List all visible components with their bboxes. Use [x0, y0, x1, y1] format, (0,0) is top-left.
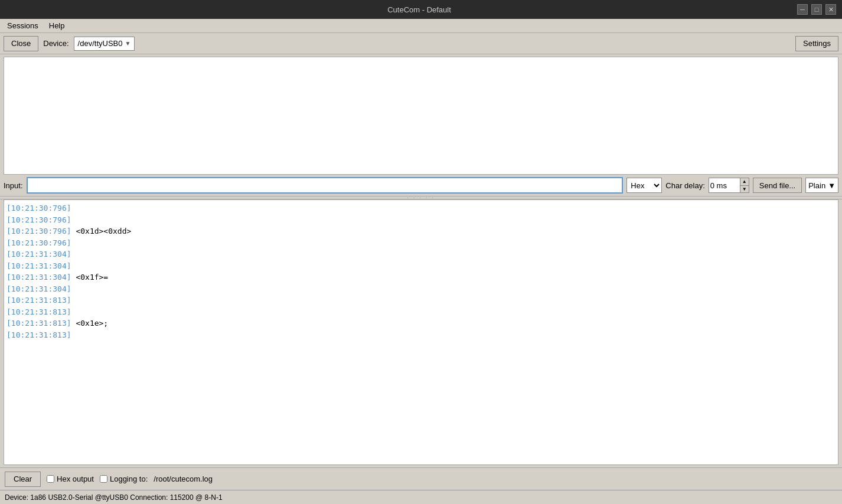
device-value: /dev/ttyUSB0: [78, 39, 123, 48]
log-timestamp: [10:21:31:813]: [6, 319, 71, 328]
char-delay-input-wrapper[interactable]: [709, 178, 740, 193]
log-entry: [10:21:30:796]: [6, 202, 836, 214]
log-timestamp: [10:21:31:304]: [6, 284, 71, 293]
clear-button[interactable]: Clear: [5, 472, 41, 487]
log-path: /root/cutecom.log: [154, 474, 213, 483]
plain-select[interactable]: Plain ▼: [805, 178, 838, 193]
input-label: Input:: [4, 181, 23, 190]
format-select-wrapper[interactable]: Hex ASCII: [626, 178, 662, 193]
plain-value: Plain: [808, 181, 825, 190]
input-field[interactable]: [27, 177, 624, 194]
hex-output-label: Hex output: [57, 474, 94, 483]
log-entry: [10:21:31:304]: [6, 248, 836, 260]
send-file-button[interactable]: Send file...: [753, 178, 802, 193]
log-area: [10:21:30:796] [10:21:30:796] [10:21:30:…: [4, 199, 838, 465]
hex-output-checkbox-label[interactable]: Hex output: [47, 474, 94, 483]
title-bar: CuteCom - Default ─ □ ✕: [0, 0, 842, 19]
main-window: Sessions Help Close Device: /dev/ttyUSB0…: [0, 19, 842, 490]
toolbar: Close Device: /dev/ttyUSB0 ▼ Settings: [0, 33, 842, 54]
log-entry: [10:21:30:796]: [6, 237, 836, 249]
close-button[interactable]: ✕: [825, 4, 836, 15]
output-area: [4, 57, 838, 175]
log-entry: [10:21:30:796]: [6, 214, 836, 226]
log-entry: [10:21:31:304] <0x1f>=: [6, 271, 836, 283]
spin-up-button[interactable]: ▲: [740, 178, 749, 186]
log-entry: [10:21:31:813] <0x1e>;: [6, 318, 836, 329]
log-timestamp: [10:21:31:813]: [6, 307, 71, 316]
log-content: <0x1d><0xdd>: [71, 227, 132, 235]
minimize-button[interactable]: ─: [797, 4, 808, 15]
log-timestamp: [10:21:30:796]: [6, 215, 71, 224]
logging-checkbox[interactable]: [100, 475, 107, 483]
close-button[interactable]: Close: [4, 36, 38, 51]
log-content: <0x1f>=: [71, 273, 109, 282]
char-delay-control: ▲ ▼: [709, 178, 749, 193]
log-timestamp: [10:21:31:304]: [6, 273, 71, 282]
menu-sessions[interactable]: Sessions: [2, 20, 43, 31]
log-timestamp: [10:21:31:304]: [6, 250, 71, 258]
input-row: Input: Hex ASCII Char delay: ▲ ▼ Send fi…: [0, 175, 842, 196]
menu-bar: Sessions Help: [0, 19, 842, 33]
logging-label: Logging to:: [110, 474, 148, 483]
log-entry: [10:21:31:813]: [6, 329, 836, 341]
log-entry: [10:21:31:304]: [6, 283, 836, 295]
status-bar: Device: 1a86 USB2.0-Serial @ttyUSB0 Conn…: [0, 490, 842, 504]
log-entry: [10:21:31:813]: [6, 294, 836, 306]
maximize-button[interactable]: □: [811, 4, 822, 15]
hex-output-checkbox[interactable]: [47, 475, 54, 483]
log-timestamp: [10:21:31:813]: [6, 330, 71, 339]
log-content: <0x1e>;: [71, 319, 109, 328]
window-title: CuteCom - Default: [41, 5, 797, 14]
log-entry: [10:21:31:304]: [6, 260, 836, 272]
char-delay-input[interactable]: [709, 178, 740, 192]
bottom-bar: Clear Hex output Logging to: /root/cutec…: [0, 467, 842, 490]
format-select[interactable]: Hex ASCII: [627, 178, 661, 192]
menu-help[interactable]: Help: [44, 20, 70, 31]
log-timestamp: [10:21:30:796]: [6, 204, 71, 212]
char-delay-label: Char delay:: [665, 181, 704, 190]
spin-down-button[interactable]: ▼: [740, 186, 749, 193]
log-timestamp: [10:21:31:304]: [6, 261, 71, 270]
status-text: Device: 1a86 USB2.0-Serial @ttyUSB0 Conn…: [5, 493, 223, 502]
logging-checkbox-label[interactable]: Logging to:: [100, 474, 148, 483]
window-controls: ─ □ ✕: [797, 4, 836, 15]
log-entry: [10:21:30:796] <0x1d><0xdd>: [6, 225, 836, 237]
chevron-down-icon: ▼: [125, 40, 130, 47]
log-entry: [10:21:31:813]: [6, 306, 836, 318]
chevron-down-icon: ▼: [828, 181, 836, 190]
log-timestamp: [10:21:30:796]: [6, 238, 71, 247]
device-select[interactable]: /dev/ttyUSB0 ▼: [74, 37, 135, 51]
char-delay-spinner: ▲ ▼: [740, 178, 749, 193]
device-label: Device:: [43, 39, 68, 48]
log-timestamp: [10:21:31:813]: [6, 296, 71, 305]
settings-button[interactable]: Settings: [795, 36, 838, 51]
log-timestamp: [10:21:30:796]: [6, 227, 71, 235]
